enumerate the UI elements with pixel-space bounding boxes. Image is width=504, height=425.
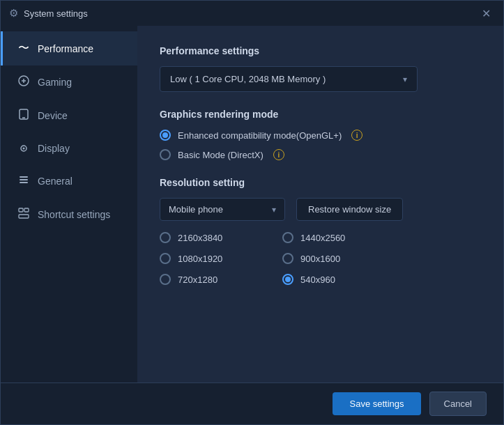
footer: Save settings Cancel [1,382,503,424]
sidebar-item-display[interactable]: Display [1,132,137,164]
radio-2160x3840[interactable] [160,232,171,243]
device-icon [17,109,31,123]
restore-window-button[interactable]: Restore window size [296,198,403,221]
svg-rect-5 [20,176,28,178]
resolution-900x1600[interactable]: 900x1600 [282,253,394,264]
cancel-button[interactable]: Cancel [429,392,487,416]
graphics-option-label-1: Basic Mode (DirectX) [178,150,264,160]
resolution-header: Mobile phone ▾ Restore window size [160,198,481,221]
resolution-label-2: 1080x1920 [178,254,222,264]
sidebar-item-gaming[interactable]: Gaming [1,65,137,99]
sidebar-item-label: General [38,176,72,187]
svg-rect-6 [20,179,28,180]
resolution-label-1: 1440x2560 [300,233,345,243]
resolution-label-4: 720x1280 [178,275,217,285]
graphics-option-1[interactable]: Basic Mode (DirectX) i [160,149,481,160]
resolution-label-3: 900x1600 [300,254,340,264]
sidebar-item-label: Device [38,110,68,121]
resolution-label-0: 2160x3840 [178,233,222,243]
graphics-label: Graphics rendering mode [160,109,481,120]
system-settings-window: ⚙ System settings ✕ 〜 Performance Gaming… [0,0,504,425]
radio-1080x1920[interactable] [160,253,171,264]
resolution-type-dropdown[interactable]: Mobile phone ▾ [160,198,285,221]
resolution-720x1280[interactable]: 720x1280 [160,274,271,285]
resolution-label: Resolution setting [160,177,481,188]
sidebar-item-performance[interactable]: 〜 Performance [1,31,137,65]
sidebar-item-device[interactable]: Device [1,99,137,132]
resolution-label-5: 540x960 [300,275,335,285]
sidebar: 〜 Performance Gaming Device Display [1,26,137,382]
chevron-down-icon-res: ▾ [272,205,276,215]
resolution-dropdown-value: Mobile phone [169,204,223,215]
svg-rect-10 [19,215,29,218]
performance-settings-title: Performance settings [160,45,481,56]
sidebar-item-shortcut[interactable]: Shortcut settings [1,198,137,231]
general-icon [17,174,31,188]
close-button[interactable]: ✕ [478,4,495,23]
save-settings-button[interactable]: Save settings [333,392,420,415]
svg-rect-9 [24,208,29,212]
resolution-1440x2560[interactable]: 1440x2560 [282,232,394,243]
radio-900x1600[interactable] [282,253,293,264]
content-area: Performance settings Low ( 1 Core CPU, 2… [137,26,503,382]
performance-icon: 〜 [17,41,31,56]
svg-point-4 [23,148,25,150]
chevron-down-icon: ▾ [403,75,407,84]
radio-540x960[interactable] [282,274,293,285]
performance-dropdown-value: Low ( 1 Core CPU, 2048 MB Memory ) [170,74,326,84]
titlebar: ⚙ System settings ✕ [1,1,503,26]
performance-dropdown[interactable]: Low ( 1 Core CPU, 2048 MB Memory ) ▾ [160,66,418,92]
gaming-icon [17,75,31,89]
sidebar-item-label: Display [38,143,70,154]
graphics-option-label-0: Enhanced compatibility mode(OpenGL+) [178,130,342,141]
window-title: System settings [24,8,88,19]
resolution-grid: 2160x3840 1440x2560 1080x1920 900x1600 7… [160,232,481,285]
sidebar-item-label: Shortcut settings [38,209,110,220]
resolution-2160x3840[interactable]: 2160x3840 [160,232,271,243]
shortcut-icon [17,208,31,222]
main-content: 〜 Performance Gaming Device Display [1,26,503,382]
svg-rect-8 [19,208,23,212]
graphics-option-0[interactable]: Enhanced compatibility mode(OpenGL+) i [160,130,481,141]
info-icon-directx[interactable]: i [273,149,284,160]
sidebar-item-label: Performance [38,43,93,54]
svg-rect-7 [20,182,28,183]
gear-icon: ⚙ [9,7,18,20]
sidebar-item-label: Gaming [38,77,72,88]
titlebar-left: ⚙ System settings [9,7,88,20]
radio-directx[interactable] [160,149,171,160]
radio-1440x2560[interactable] [282,232,293,243]
resolution-540x960[interactable]: 540x960 [282,274,394,285]
radio-720x1280[interactable] [160,274,171,285]
performance-dropdown-wrapper: Low ( 1 Core CPU, 2048 MB Memory ) ▾ [160,66,481,92]
sidebar-item-general[interactable]: General [1,164,137,198]
radio-opengl[interactable] [160,130,171,141]
graphics-radio-group: Enhanced compatibility mode(OpenGL+) i B… [160,130,481,160]
resolution-1080x1920[interactable]: 1080x1920 [160,253,271,264]
info-icon-opengl[interactable]: i [351,130,362,141]
display-icon [17,142,31,155]
